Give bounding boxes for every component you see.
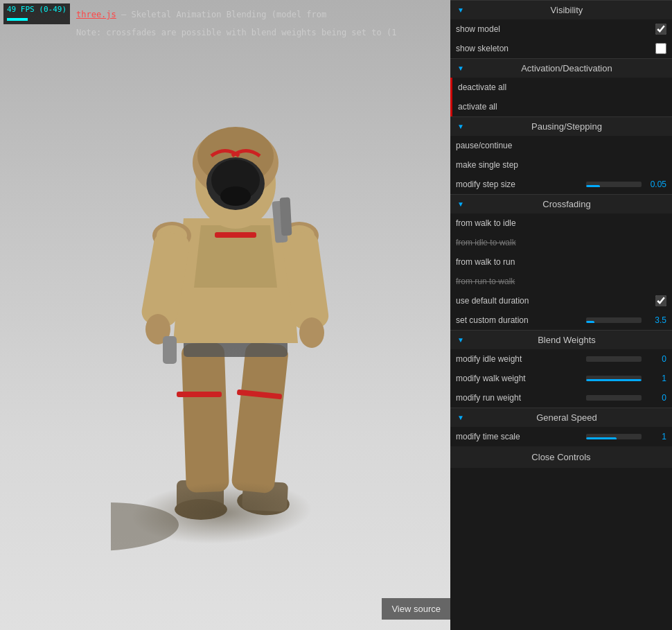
slider-value-pausing-2: 0.05	[646, 180, 666, 189]
control-row-crossfading-5: set custom duration3.5	[450, 310, 672, 330]
slider-container-general_speed-0[interactable]	[586, 434, 642, 439]
section-title-pausing: Pausing/Stepping	[468, 121, 665, 132]
section-header-visibility[interactable]: ▼Visibility	[450, 0, 672, 19]
control-row-general_speed-0: modify time scale1	[450, 427, 672, 446]
collapse-arrow-activation: ▼	[457, 64, 464, 72]
three-js-link[interactable]: three.js	[76, 10, 116, 19]
title-bar: three.js — Skeletal Animation Blending (…	[76, 10, 326, 19]
control-label-crossfading-5: set custom duration	[456, 315, 582, 325]
control-label-crossfading-4: use default duration	[456, 296, 651, 306]
control-label-blend_weights-2: modify run weight	[456, 393, 582, 403]
svg-rect-29	[177, 392, 222, 397]
control-label-general_speed-0: modify time scale	[456, 432, 582, 441]
control-row-crossfading-1[interactable]: from idle to walk	[450, 233, 672, 252]
checkbox-visibility-1[interactable]	[655, 43, 666, 54]
checkbox-visibility-0[interactable]	[655, 24, 666, 35]
control-row-crossfading-0[interactable]: from walk to idle	[450, 213, 672, 233]
svg-rect-28	[163, 336, 177, 364]
collapse-arrow-blend_weights: ▼	[457, 336, 464, 344]
section-header-blend_weights[interactable]: ▼Blend Weights	[450, 330, 672, 349]
svg-point-27	[220, 186, 251, 206]
section-title-activation: Activation/Deactivation	[468, 63, 665, 73]
svg-point-16	[299, 317, 324, 348]
collapse-arrow-general_speed: ▼	[457, 414, 464, 421]
close-controls-button[interactable]: Close Controls	[450, 446, 672, 468]
control-row-blend_weights-1: modify walk weight1	[450, 369, 672, 388]
slider-value-crossfading-5: 3.5	[646, 315, 666, 325]
section-title-blend_weights: Blend Weights	[468, 335, 665, 345]
slider-container-blend_weights-0[interactable]	[586, 356, 642, 362]
control-row-pausing-0[interactable]: pause/continue	[450, 136, 672, 155]
control-row-blend_weights-2: modify run weight0	[450, 388, 672, 408]
collapse-arrow-crossfading: ▼	[457, 200, 464, 208]
section-title-visibility: Visibility	[468, 5, 665, 15]
slider-container-blend_weights-1[interactable]	[586, 376, 642, 381]
control-label-pausing-2: modify step size	[456, 180, 582, 189]
control-label-pausing-0: pause/continue	[456, 141, 666, 150]
section-title-general_speed: General Speed	[468, 412, 665, 423]
slider-value-blend_weights-0: 0	[646, 354, 666, 364]
right-panel: ▼Visibilityshow modelshow skeleton▼Activ…	[450, 0, 672, 630]
fps-counter: 49 FPS (0-49)	[3, 3, 70, 24]
slider-fill-blend_weights-1	[586, 379, 642, 381]
control-label-blend_weights-0: modify idle weight	[456, 354, 582, 364]
slider-value-blend_weights-2: 0	[646, 393, 666, 403]
control-label-crossfading-1: from idle to walk	[456, 238, 666, 247]
note-text: Note: crossfades are possible with blend…	[76, 28, 396, 37]
control-row-activation-0[interactable]: deactivate all	[450, 78, 672, 97]
control-row-crossfading-2[interactable]: from walk to run	[450, 252, 672, 272]
slider-fill-general_speed-0	[586, 437, 617, 439]
character-figure	[111, 94, 360, 565]
fps-display: 49 FPS (0-49)	[7, 5, 67, 14]
control-label-visibility-0: show model	[456, 24, 651, 34]
slider-container-crossfading-5[interactable]	[586, 317, 642, 323]
section-header-pausing[interactable]: ▼Pausing/Stepping	[450, 116, 672, 136]
slider-value-general_speed-0: 1	[646, 432, 666, 441]
title-text-main: — Skeletal Animation Blending (model fro…	[116, 10, 326, 19]
checkbox-crossfading-4[interactable]	[655, 295, 666, 306]
collapse-arrow-pausing: ▼	[457, 123, 464, 130]
control-label-activation-0: deactivate all	[458, 82, 666, 92]
section-title-crossfading: Crossfading	[468, 199, 665, 209]
slider-container-pausing-2[interactable]	[586, 182, 642, 187]
slider-fill-crossfading-5	[586, 321, 594, 323]
svg-rect-10	[215, 232, 256, 238]
viewport: 49 FPS (0-49) three.js — Skeletal Animat…	[0, 0, 457, 630]
slider-fill-pausing-2	[586, 185, 600, 187]
section-header-crossfading[interactable]: ▼Crossfading	[450, 194, 672, 213]
view-source-button[interactable]: View source	[382, 598, 450, 620]
section-header-general_speed[interactable]: ▼General Speed	[450, 408, 672, 427]
svg-rect-6	[182, 342, 229, 493]
slider-value-blend_weights-1: 1	[646, 374, 666, 383]
control-row-activation-1[interactable]: activate all	[450, 97, 672, 116]
control-row-pausing-1[interactable]: make single step	[450, 155, 672, 175]
control-row-blend_weights-0: modify idle weight0	[450, 349, 672, 369]
collapse-arrow-visibility: ▼	[457, 6, 464, 14]
control-row-visibility-0: show model	[450, 19, 672, 39]
control-label-crossfading-0: from walk to idle	[456, 218, 666, 228]
control-row-pausing-2: modify step size0.05	[450, 175, 672, 194]
slider-container-blend_weights-2[interactable]	[586, 395, 642, 401]
control-row-crossfading-3[interactable]: from run to walk	[450, 272, 672, 291]
character-area	[35, 69, 436, 589]
section-header-activation[interactable]: ▼Activation/Deactivation	[450, 58, 672, 78]
control-label-activation-1: activate all	[458, 102, 666, 112]
svg-rect-20	[280, 198, 292, 236]
control-label-pausing-1: make single step	[456, 160, 666, 170]
svg-rect-5	[231, 341, 289, 493]
control-row-crossfading-4: use default duration	[450, 291, 672, 310]
control-label-crossfading-2: from walk to run	[456, 257, 666, 267]
control-label-crossfading-3: from run to walk	[456, 277, 666, 286]
control-row-visibility-1: show skeleton	[450, 39, 672, 58]
control-label-blend_weights-1: modify walk weight	[456, 374, 582, 383]
control-label-visibility-1: show skeleton	[456, 44, 651, 53]
